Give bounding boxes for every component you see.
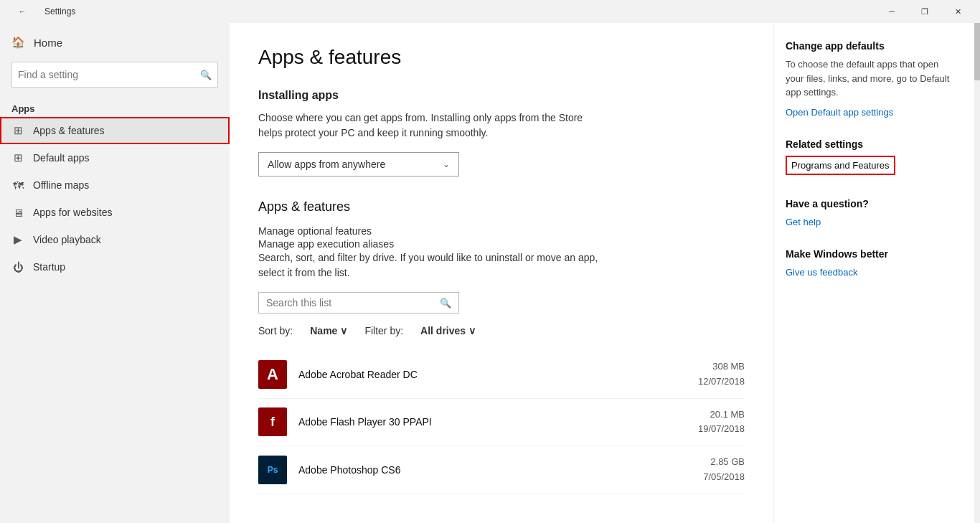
sidebar: 🏠 Home 🔍 Apps ⊞ Apps & features ⊞ Defaul… (0, 23, 230, 523)
app-icon: f (258, 407, 287, 436)
sidebar-item-startup[interactable]: ⏻ Startup (0, 253, 230, 281)
apps-features-section-title: Apps & features (258, 199, 745, 215)
sort-filter-row: Sort by: Name ∨ Filter by: All drives ∨ (258, 325, 745, 336)
app-meta: 20.1 MB19/07/2018 (680, 407, 745, 438)
video-playback-icon: ▶ (11, 233, 24, 246)
question-title: Have a question? (786, 198, 957, 209)
filter-label: Filter by: (364, 325, 403, 336)
titlebar-controls: ─ ❐ ✕ (875, 0, 974, 23)
sort-arrow-icon: ∨ (340, 325, 347, 336)
change-defaults-section: Change app defaults To choose the defaul… (786, 40, 957, 118)
sidebar-item-startup-label: Startup (33, 261, 65, 273)
sidebar-item-apps-websites-label: Apps for websites (33, 207, 113, 218)
change-defaults-title: Change app defaults (786, 40, 957, 52)
home-icon: 🏠 (11, 36, 25, 49)
sidebar-item-offline-maps-label: Offline maps (33, 179, 89, 191)
right-section: Change app defaults To choose the defaul… (773, 23, 980, 523)
question-section: Have a question? Get help (786, 198, 957, 228)
sidebar-search-icon: 🔍 (200, 70, 212, 80)
sidebar-item-apps-websites[interactable]: 🖥 Apps for websites (0, 199, 230, 226)
sidebar-item-video-playback[interactable]: ▶ Video playback (0, 226, 230, 253)
windows-better-section: Make Windows better Give us feedback (786, 248, 957, 278)
related-settings-section: Related settings Programs and Features (786, 138, 957, 178)
apps-section-desc: Search, sort, and filter by drive. If yo… (258, 250, 603, 281)
related-settings-title: Related settings (786, 138, 957, 150)
sidebar-item-offline-maps[interactable]: 🗺 Offline maps (0, 171, 230, 199)
app-body: 🏠 Home 🔍 Apps ⊞ Apps & features ⊞ Defaul… (0, 23, 980, 523)
default-apps-icon: ⊞ (11, 151, 24, 164)
close-button[interactable]: ✕ (941, 0, 974, 23)
app-list: AAdobe Acrobat Reader DC308 MB12/07/2018… (258, 351, 745, 494)
sidebar-item-apps-features-label: Apps & features (33, 125, 105, 136)
titlebar-title: Settings (44, 6, 75, 17)
sidebar-item-default-apps-label: Default apps (33, 152, 90, 164)
windows-better-title: Make Windows better (786, 248, 957, 260)
sidebar-section-label: Apps (0, 99, 230, 117)
back-button[interactable]: ← (6, 0, 39, 23)
sort-value[interactable]: Name ∨ (310, 325, 347, 336)
maximize-button[interactable]: ❐ (908, 0, 941, 23)
app-info: Adobe Photoshop CS6 (298, 464, 669, 476)
app-name: Adobe Photoshop CS6 (298, 464, 669, 476)
filter-arrow-icon: ∨ (468, 325, 476, 336)
scrollbar-track[interactable] (974, 23, 980, 523)
app-name: Adobe Acrobat Reader DC (298, 369, 669, 380)
page-title: Apps & features (258, 46, 745, 69)
app-list-item[interactable]: fAdobe Flash Player 30 PPAPI20.1 MB19/07… (258, 399, 745, 447)
titlebar: ← Settings ─ ❐ ✕ (0, 0, 980, 23)
app-list-item[interactable]: AAdobe Acrobat Reader DC308 MB12/07/2018 (258, 351, 745, 399)
sidebar-search-box[interactable]: 🔍 (11, 62, 218, 88)
app-info: Adobe Flash Player 30 PPAPI (298, 416, 669, 428)
installing-apps-title: Installing apps (258, 89, 745, 102)
manage-execution-aliases-link[interactable]: Manage app execution aliases (258, 238, 394, 250)
app-meta: 308 MB12/07/2018 (680, 359, 745, 390)
app-list-item[interactable]: PsAdobe Photoshop CS62.85 GB7/05/2018 (258, 446, 745, 494)
main-content: Apps & features Installing apps Choose w… (230, 23, 773, 523)
apps-websites-icon: 🖥 (11, 206, 24, 219)
apps-features-section: Apps & features Manage optional features… (258, 199, 745, 494)
sidebar-item-default-apps[interactable]: ⊞ Default apps (0, 144, 230, 171)
app-info: Adobe Acrobat Reader DC (298, 369, 669, 380)
sidebar-item-video-playback-label: Video playback (33, 234, 101, 245)
install-source-value: Allow apps from anywhere (268, 159, 385, 170)
titlebar-left: ← Settings (6, 0, 75, 23)
give-feedback-link[interactable]: Give us feedback (786, 267, 857, 278)
programs-features-link[interactable]: Programs and Features (786, 156, 895, 175)
filter-value[interactable]: All drives ∨ (420, 325, 476, 336)
change-defaults-text: To choose the default apps that open you… (786, 57, 957, 100)
sidebar-home-item[interactable]: 🏠 Home (0, 29, 230, 56)
get-help-link[interactable]: Get help (786, 217, 821, 227)
scrollbar-thumb[interactable] (974, 23, 980, 80)
startup-icon: ⏻ (11, 260, 24, 273)
app-search-input[interactable] (266, 297, 440, 308)
sidebar-search-input[interactable] (18, 69, 200, 80)
sidebar-item-apps-features[interactable]: ⊞ Apps & features (0, 117, 230, 144)
installing-apps-desc: Choose where you can get apps from. Inst… (258, 110, 603, 141)
manage-optional-features-link[interactable]: Manage optional features (258, 225, 372, 237)
open-default-app-settings-link[interactable]: Open Default app settings (786, 107, 893, 118)
installing-apps-section: Installing apps Choose where you can get… (258, 89, 745, 176)
app-icon: A (258, 360, 287, 389)
sort-label: Sort by: (258, 325, 293, 336)
sidebar-home-label: Home (34, 37, 62, 49)
right-panel: Change app defaults To choose the defaul… (773, 23, 974, 523)
install-source-dropdown[interactable]: Allow apps from anywhere ⌄ (258, 152, 459, 176)
app-icon: Ps (258, 456, 287, 484)
minimize-button[interactable]: ─ (875, 0, 908, 23)
app-name: Adobe Flash Player 30 PPAPI (298, 416, 669, 428)
app-search-icon: 🔍 (440, 298, 451, 308)
offline-maps-icon: 🗺 (11, 179, 24, 192)
app-meta: 2.85 GB7/05/2018 (680, 455, 745, 485)
dropdown-arrow-icon: ⌄ (443, 159, 450, 169)
apps-features-icon: ⊞ (11, 124, 24, 137)
app-search-box[interactable]: 🔍 (258, 292, 459, 314)
